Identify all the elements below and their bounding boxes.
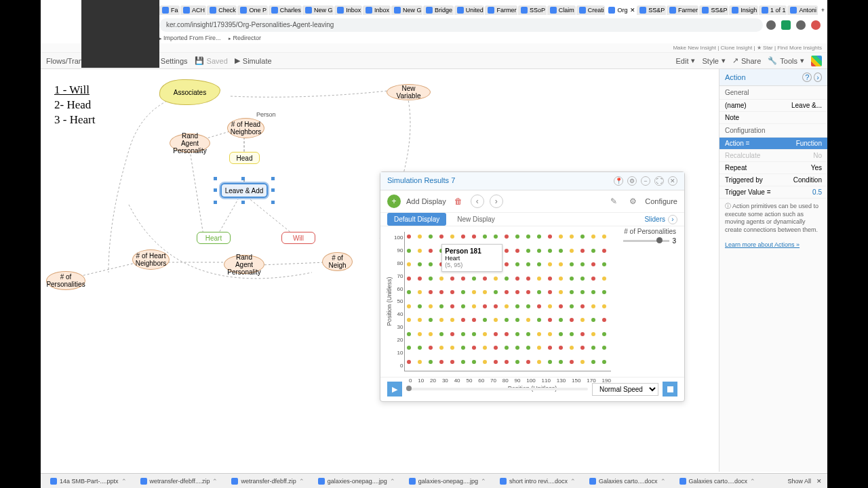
download-item[interactable]: galaxies-onepag....jpg ⌃ <box>314 476 399 486</box>
data-point[interactable] <box>461 346 465 350</box>
prop-repeat[interactable]: RepeatYes <box>719 162 827 174</box>
prop-action[interactable]: Action =Function <box>719 138 827 150</box>
data-point[interactable] <box>580 249 585 253</box>
data-point[interactable] <box>494 290 498 294</box>
data-point[interactable] <box>559 262 563 266</box>
data-point[interactable] <box>570 360 574 364</box>
data-point[interactable] <box>570 304 574 308</box>
browser-tab[interactable]: Inbox <box>363 5 391 15</box>
data-point[interactable] <box>526 318 530 322</box>
data-point[interactable] <box>450 346 454 350</box>
data-point[interactable] <box>494 235 498 239</box>
data-point[interactable] <box>602 360 606 364</box>
browser-tab[interactable]: SS&P <box>637 5 666 15</box>
data-point[interactable] <box>515 360 519 364</box>
data-point[interactable] <box>483 346 487 350</box>
data-point[interactable] <box>494 332 498 336</box>
data-point[interactable] <box>515 262 519 266</box>
data-point[interactable] <box>580 290 585 294</box>
tab-default-display[interactable]: Default Display <box>387 213 446 226</box>
bookmark-item[interactable]: Imported From Fire... <box>159 35 220 41</box>
data-point[interactable] <box>559 332 563 336</box>
data-point[interactable] <box>505 346 509 350</box>
browser-tab[interactable]: New G <box>302 5 334 15</box>
edit-icon[interactable]: ✎ <box>607 195 620 208</box>
data-point[interactable] <box>548 360 552 364</box>
prop-name[interactable]: (name)Leave &... <box>719 100 827 112</box>
browser-tab[interactable]: SSoP <box>518 5 547 15</box>
data-point[interactable] <box>494 277 498 281</box>
data-point[interactable] <box>505 277 509 281</box>
data-point[interactable] <box>591 262 595 266</box>
star-icon[interactable] <box>766 20 776 30</box>
data-point[interactable] <box>591 332 595 336</box>
data-point[interactable] <box>494 360 498 364</box>
prev-icon[interactable]: ‹ <box>471 195 484 208</box>
sliders-toggle[interactable]: Sliders › <box>644 215 677 224</box>
node-head-neighbors[interactable]: # of Head Neighbors <box>227 118 264 138</box>
data-point[interactable] <box>450 290 454 294</box>
expand-icon[interactable]: ⛶ <box>654 176 664 186</box>
data-point[interactable] <box>591 318 595 322</box>
node-rand-agent-2[interactable]: Rand Agent Personality <box>224 255 264 274</box>
data-point[interactable] <box>537 262 541 266</box>
data-point[interactable] <box>483 235 487 239</box>
data-point[interactable] <box>591 346 595 350</box>
prop-trigger-value[interactable]: Trigger Value =0.5 <box>719 186 827 199</box>
data-point[interactable] <box>418 249 422 253</box>
data-point[interactable] <box>461 277 465 281</box>
data-point[interactable] <box>418 277 422 281</box>
help-icon[interactable]: ? <box>802 73 812 82</box>
data-point[interactable] <box>526 346 530 350</box>
data-point[interactable] <box>515 318 519 322</box>
data-point[interactable] <box>439 360 443 364</box>
data-point[interactable] <box>548 262 552 266</box>
data-point[interactable] <box>602 262 606 266</box>
data-point[interactable] <box>472 277 476 281</box>
data-point[interactable] <box>407 277 411 281</box>
show-all-button[interactable]: Show All <box>787 478 811 485</box>
data-point[interactable] <box>483 332 487 336</box>
data-point[interactable] <box>505 318 509 322</box>
data-point[interactable] <box>461 290 465 294</box>
data-point[interactable] <box>439 318 443 322</box>
data-point[interactable] <box>472 332 476 336</box>
data-point[interactable] <box>494 318 498 322</box>
data-point[interactable] <box>559 304 563 308</box>
data-point[interactable] <box>439 346 443 350</box>
data-point[interactable] <box>602 304 606 308</box>
browser-tab[interactable]: Antoni <box>787 5 817 15</box>
data-point[interactable] <box>591 249 595 253</box>
data-point[interactable] <box>450 318 454 322</box>
data-point[interactable] <box>461 360 465 364</box>
data-point[interactable] <box>483 304 487 308</box>
data-point[interactable] <box>602 318 606 322</box>
extension-icon[interactable] <box>781 20 791 30</box>
data-point[interactable] <box>602 235 606 239</box>
data-point[interactable] <box>505 235 509 239</box>
data-point[interactable] <box>418 304 422 308</box>
close-bar-icon[interactable]: ✕ <box>816 478 822 485</box>
download-item[interactable]: galaxies-onepag....jpg ⌃ <box>405 476 490 486</box>
data-point[interactable] <box>483 360 487 364</box>
node-rand-agent-1[interactable]: Rand Agent Personality <box>170 134 210 152</box>
data-point[interactable] <box>537 235 541 239</box>
data-point[interactable] <box>429 346 433 350</box>
data-point[interactable] <box>526 277 530 281</box>
browser-tab[interactable]: Farmer <box>485 5 517 15</box>
data-point[interactable] <box>537 304 541 308</box>
browser-tab[interactable]: Claim <box>547 5 576 15</box>
new-tab-button[interactable]: + <box>818 7 827 14</box>
data-point[interactable] <box>526 249 530 253</box>
data-point[interactable] <box>418 235 422 239</box>
data-point[interactable] <box>505 360 509 364</box>
data-point[interactable] <box>418 360 422 364</box>
data-point[interactable] <box>505 290 509 294</box>
data-point[interactable] <box>559 277 563 281</box>
data-point[interactable] <box>450 332 454 336</box>
data-point[interactable] <box>548 318 552 322</box>
share-button[interactable]: ↗ Share <box>732 56 761 66</box>
data-point[interactable] <box>537 290 541 294</box>
data-point[interactable] <box>537 360 541 364</box>
bookmark-item[interactable]: Redirector <box>229 35 260 41</box>
